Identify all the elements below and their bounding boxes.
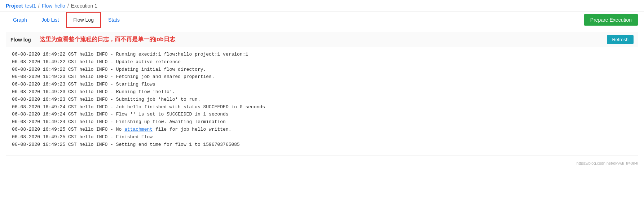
breadcrumb: Project test1 / Flow hello / Execution 1	[0, 0, 644, 12]
log-line: 06-08-2020 16:49:23 CST hello INFO - Fet…	[12, 73, 632, 81]
log-line: 06-08-2020 16:49:23 CST hello INFO - Sub…	[12, 96, 632, 104]
log-line: 06-08-2020 16:49:24 CST hello INFO - Flo…	[12, 111, 632, 118]
tab-stats[interactable]: Stats	[101, 12, 127, 28]
breadcrumb-flow-value[interactable]: hello	[54, 3, 65, 9]
footer-url: https://blog.csdn.net/dkywlj_fr40n4l	[0, 160, 644, 167]
tabs-bar: Graph Job List Flow Log Stats Prepare Ex…	[0, 12, 644, 28]
log-line: 06-08-2020 16:49:23 CST hello INFO - Run…	[12, 88, 632, 96]
flowlog-title: Flow log	[10, 37, 31, 43]
tab-graph[interactable]: Graph	[6, 12, 34, 28]
log-line: 06-08-2020 16:49:22 CST hello INFO - Upd…	[12, 58, 632, 66]
prepare-execution-button[interactable]: Prepare Execution	[584, 14, 638, 26]
tab-job-list[interactable]: Job List	[34, 12, 66, 28]
refresh-button[interactable]: Refresh	[607, 35, 634, 44]
log-line: 06-08-2020 16:49:23 CST hello INFO - Sta…	[12, 81, 632, 88]
flowlog-body: 06-08-2020 16:49:22 CST hello INFO - Run…	[6, 47, 638, 156]
log-line: 06-08-2020 16:49:24 CST hello INFO - Job…	[12, 104, 632, 111]
breadcrumb-flow-label: Flow	[42, 3, 53, 9]
log-line: 06-08-2020 16:49:22 CST hello INFO - Run…	[12, 51, 632, 58]
breadcrumb-project-value[interactable]: test1	[25, 3, 36, 9]
breadcrumb-project-label: Project	[6, 3, 23, 9]
flowlog-notice: 这里为查看整个流程的日志，而不再是单一的job日志	[40, 36, 175, 43]
tab-flow-log[interactable]: Flow Log	[66, 12, 101, 28]
breadcrumb-sep1: /	[38, 3, 40, 9]
log-line: 06-08-2020 16:49:25 CST hello INFO - Fin…	[12, 134, 632, 141]
attachment-link[interactable]: attachment	[124, 127, 153, 132]
log-line: 06-08-2020 16:49:25 CST hello INFO - Set…	[12, 141, 632, 149]
breadcrumb-sep2: /	[67, 3, 69, 9]
breadcrumb-execution: Execution 1	[71, 3, 97, 9]
log-line: 06-08-2020 16:49:22 CST hello INFO - Upd…	[12, 66, 632, 74]
log-line: 06-08-2020 16:49:24 CST hello INFO - Fin…	[12, 118, 632, 126]
flowlog-section: Flow log 这里为查看整个流程的日志，而不再是单一的job日志 Refre…	[6, 32, 638, 156]
tabs-left: Graph Job List Flow Log Stats	[6, 12, 127, 28]
log-line: 06-08-2020 16:49:25 CST hello INFO - No …	[12, 126, 632, 134]
flowlog-header: Flow log 这里为查看整个流程的日志，而不再是单一的job日志 Refre…	[6, 32, 638, 47]
